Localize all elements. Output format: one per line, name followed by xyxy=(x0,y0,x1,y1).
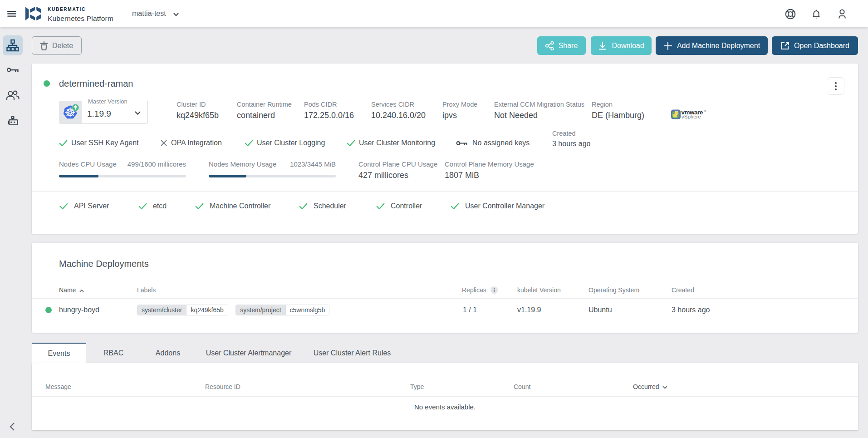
svg-text:®: ® xyxy=(704,110,706,113)
svg-text:vSphere: vSphere xyxy=(682,114,701,119)
